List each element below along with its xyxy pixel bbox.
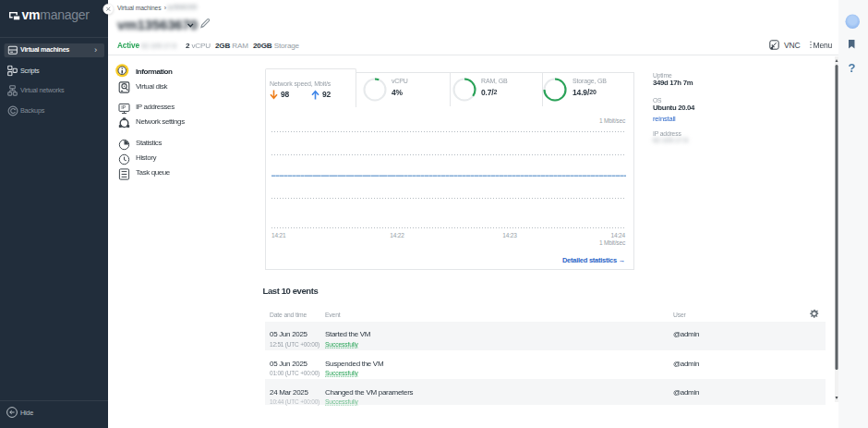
svg-text:IP: IP (121, 104, 126, 110)
